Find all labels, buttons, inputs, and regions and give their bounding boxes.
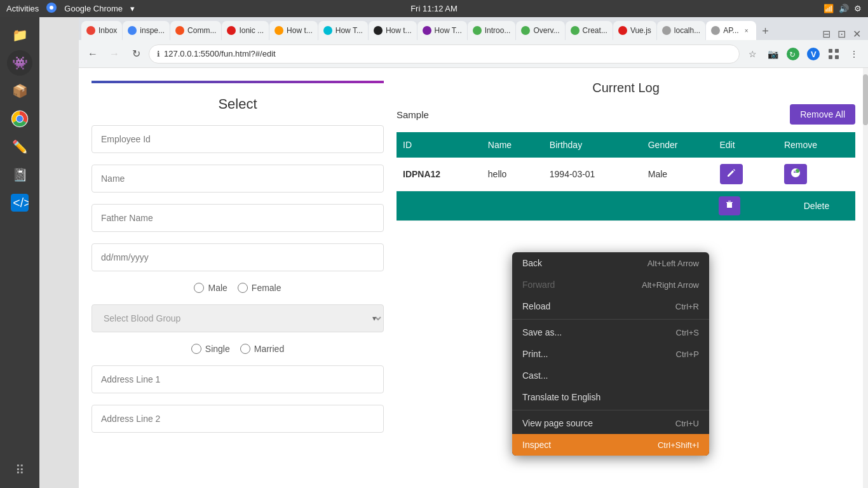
tab-vue[interactable]: Vue.js — [613, 21, 656, 40]
date-input[interactable] — [92, 243, 384, 271]
ctx-save-label: Save as... — [522, 327, 562, 337]
profile-icon[interactable]: V — [804, 45, 822, 63]
sidebar-app-software[interactable]: 📦 — [7, 78, 32, 104]
ctx-reload[interactable]: Reload Ctrl+R — [512, 295, 709, 317]
sidebar-app-notes[interactable]: 📓 — [7, 162, 32, 187]
tab-favicon-how2 — [323, 26, 332, 35]
maximize-button[interactable]: ⊡ — [835, 27, 848, 40]
marital-married-label[interactable]: Married — [240, 344, 284, 354]
marital-married-text: Married — [254, 344, 284, 354]
ctx-print[interactable]: Print... Ctrl+P — [512, 343, 709, 365]
scroll-thumb[interactable] — [863, 74, 868, 125]
marital-single-radio[interactable] — [191, 344, 201, 354]
address1-input[interactable] — [92, 365, 384, 393]
browser-tabs: Inbox inspe... Comm... Ionic ... How t..… — [79, 17, 868, 40]
remove-button[interactable]: + — [784, 164, 807, 184]
activities-label[interactable]: Activities — [6, 4, 39, 13]
ctx-forward-label: Forward — [522, 280, 555, 290]
scrollbar[interactable] — [863, 68, 868, 488]
delete-button[interactable] — [719, 196, 740, 215]
tab-label-how3: How t... — [386, 26, 412, 35]
close-window-button[interactable]: ✕ — [850, 27, 863, 40]
ctx-view-source[interactable]: View page source Ctrl+U — [512, 412, 709, 434]
table-row: IDPNA12 hello 1994-03-01 Male + — [397, 158, 855, 191]
ctx-print-shortcut: Ctrl+P — [676, 349, 699, 359]
ctx-back[interactable]: Back Alt+Left Arrow — [512, 252, 709, 274]
bookmark-icon[interactable]: ☆ — [743, 45, 761, 63]
tab-how1[interactable]: How t... — [269, 21, 318, 40]
blood-group-select[interactable]: Select Blood Group A+ A- B+ B- O+ O- AB+… — [92, 304, 384, 332]
sidebar-app-pen[interactable]: ✏️ — [7, 134, 32, 159]
sidebar-app-files[interactable]: 📁 — [7, 22, 32, 48]
svg-rect-11 — [835, 49, 839, 53]
form-panel: Select Male Female Select Blood Group — [92, 81, 384, 475]
tab-over[interactable]: Overv... — [516, 21, 564, 40]
ctx-back-shortcut: Alt+Left Arrow — [648, 259, 699, 268]
ctx-translate[interactable]: Translate to English — [512, 386, 709, 408]
father-name-input[interactable] — [92, 204, 384, 232]
log-table: ID Name Birthday Gender Edit Remove IDPN… — [397, 132, 855, 221]
tab-ap[interactable]: AP... × — [706, 21, 756, 40]
form-title: Select — [92, 96, 384, 112]
tab-inbox[interactable]: Inbox — [81, 21, 122, 40]
tab-label-intro: Introo... — [485, 26, 511, 35]
svg-point-1 — [50, 6, 53, 10]
col-id: ID — [397, 132, 482, 158]
gender-male-radio[interactable] — [194, 283, 204, 293]
tab-label-vue: Vue.js — [630, 26, 651, 35]
delete-label: Delete — [778, 191, 855, 221]
sidebar-app-pomodoro[interactable]: 👾 — [7, 50, 32, 76]
remove-all-button[interactable]: Remove All — [790, 104, 855, 125]
svg-text:V: V — [811, 50, 817, 59]
new-tab-button[interactable]: + — [757, 22, 775, 40]
svg-rect-10 — [829, 49, 832, 53]
reload-button[interactable]: ↻ — [127, 45, 145, 63]
edit-button[interactable] — [720, 164, 743, 184]
dropdown-arrow[interactable]: ▾ — [130, 4, 135, 13]
forward-button[interactable]: → — [105, 45, 123, 63]
sidebar-app-chrome[interactable] — [7, 106, 32, 132]
tab-intro[interactable]: Introo... — [468, 21, 516, 40]
cell-remove: + — [778, 158, 855, 191]
address2-input[interactable] — [92, 405, 384, 433]
url-text: 127.0.0.1:5500/fun.html?#/edit — [164, 49, 276, 58]
menu-icon[interactable]: ⋮ — [845, 45, 863, 63]
address-bar[interactable]: ℹ 127.0.0.1:5500/fun.html?#/edit — [149, 44, 740, 64]
extensions-icon[interactable] — [825, 45, 843, 63]
cell-edit — [714, 158, 778, 191]
sidebar-app-vscode[interactable]: </> — [7, 190, 32, 215]
ctx-view-source-label: View page source — [522, 418, 593, 428]
ctx-cast[interactable]: Cast... — [512, 365, 709, 386]
gender-female-radio[interactable] — [238, 283, 248, 293]
cell-birthday: 1994-03-01 — [543, 158, 642, 191]
ctx-inspect-shortcut: Ctrl+Shift+I — [658, 440, 699, 450]
tab-close-ap[interactable]: × — [742, 26, 751, 35]
col-name: Name — [482, 132, 543, 158]
google-account-icon[interactable]: ↻ — [784, 45, 802, 63]
ctx-save[interactable]: Save as... Ctrl+S — [512, 322, 709, 343]
gender-female-label[interactable]: Female — [238, 283, 281, 293]
gender-male-label[interactable]: Male — [194, 283, 227, 293]
tab-inspe[interactable]: inspe... — [123, 21, 170, 40]
tab-creat[interactable]: Creat... — [566, 21, 613, 40]
col-birthday: Birthday — [543, 132, 642, 158]
sidebar-app-grid[interactable]: ⠿ — [7, 458, 32, 483]
tab-comm[interactable]: Comm... — [170, 21, 221, 40]
ctx-inspect[interactable]: Inspect Ctrl+Shift+I — [512, 434, 709, 456]
name-input[interactable] — [92, 165, 384, 193]
back-button[interactable]: ← — [84, 45, 102, 63]
sample-label: Sample — [397, 109, 429, 120]
screenshot-icon[interactable]: 📷 — [764, 45, 782, 63]
marital-single-label[interactable]: Single — [191, 344, 230, 354]
gender-male-text: Male — [208, 283, 227, 293]
tab-local[interactable]: localh... — [657, 21, 705, 40]
tab-how2[interactable]: How T... — [318, 21, 368, 40]
tab-how3[interactable]: How t... — [369, 21, 417, 40]
employee-id-input[interactable] — [92, 125, 384, 153]
tab-favicon-ap — [711, 26, 720, 35]
minimize-button[interactable]: ⊟ — [820, 27, 832, 40]
speaker-icon: 🔊 — [839, 4, 849, 13]
marital-married-radio[interactable] — [240, 344, 250, 354]
tab-ionic[interactable]: Ionic ... — [222, 21, 269, 40]
tab-how4[interactable]: How T... — [417, 21, 467, 40]
